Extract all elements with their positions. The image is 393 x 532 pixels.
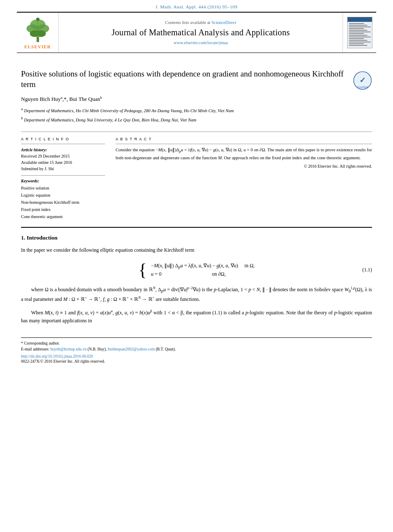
abstract-text: Consider the equation −M(x, ‖u‖)Δpu = λf… bbox=[116, 147, 372, 161]
email-2-link[interactable]: buithequan2002@yahoo.com bbox=[108, 347, 155, 351]
crossmark-logo[interactable]: ✓ CrossMark bbox=[353, 71, 372, 90]
main-section-divider bbox=[21, 227, 372, 228]
section1-para1: In the paper we consider the following e… bbox=[21, 246, 372, 254]
article-info-col: A R T I C L E I N F O Article history: R… bbox=[21, 137, 105, 220]
corresponding-author-note: * Corresponding author. bbox=[21, 340, 372, 346]
keyword-4: Fixed point index bbox=[21, 206, 105, 213]
contents-available-text: Contents lists available at ScienceDirec… bbox=[165, 20, 236, 25]
article-history: Article history: Received 29 December 20… bbox=[21, 147, 105, 172]
thumb-header bbox=[348, 17, 372, 22]
section-1: 1. Introduction In the paper we consider… bbox=[21, 234, 372, 325]
svg-point-6 bbox=[36, 30, 46, 37]
author-b-name: , Bui The Quan bbox=[66, 96, 100, 103]
keyword-divider bbox=[21, 175, 105, 176]
top-ref-text: J. Math. Anal. Appl. 444 (2016) 95–109 bbox=[156, 4, 237, 9]
journal-url[interactable]: www.elsevier.com/locate/jmaa bbox=[174, 40, 228, 45]
journal-thumbnail-section bbox=[343, 13, 376, 53]
keyword-3: Non-homogeneous Kirchhoff term bbox=[21, 199, 105, 206]
available-date: Available online 15 June 2016 bbox=[21, 159, 105, 166]
email-footnote: E-mail addresses: huynb@hcmup.edu.vn (N.… bbox=[21, 346, 372, 352]
affiliation-a: a Department of Mathematics, Ho Chi Minh… bbox=[21, 106, 345, 114]
journal-thumbnail bbox=[347, 17, 372, 48]
abstract-col: A B S T R A C T Consider the equation −M… bbox=[116, 137, 372, 220]
thumb-lines bbox=[348, 22, 372, 48]
system-lines: −M(x, ‖u‖) Δpu = λf(x, u, ∇u) − g(x, u, … bbox=[151, 263, 254, 277]
abstract-divider bbox=[116, 144, 372, 144]
svg-point-7 bbox=[36, 18, 40, 21]
affil-a-sup: a bbox=[21, 107, 23, 111]
affiliation-b: b Department of Mathematics, Dong Nai Un… bbox=[21, 116, 345, 123]
authors-line: Nguyen Bich Huya,*, Bui The Quanb bbox=[21, 95, 345, 103]
section1-para3: When M(x, t) ≡ 1 and f(x, u, v) = a(x)uα… bbox=[21, 308, 372, 325]
elsevier-logo: ELSEVIER bbox=[23, 16, 53, 49]
main-content: Positive solutions of logistic equations… bbox=[0, 53, 393, 376]
submitted-by: Submitted by J. Shi bbox=[21, 166, 105, 172]
crossmark-icon: ✓ CrossMark bbox=[353, 71, 372, 90]
doi-link[interactable]: http://dx.doi.org/10.1016/j.jmaa.2016.06… bbox=[21, 354, 372, 358]
svg-text:CrossMark: CrossMark bbox=[357, 86, 368, 88]
page-container: J. Math. Anal. Appl. 444 (2016) 95–109 bbox=[0, 0, 393, 532]
article-title-section: Positive solutions of logistic equations… bbox=[21, 61, 372, 125]
svg-rect-0 bbox=[37, 37, 39, 42]
equation-number-1-1: (1.1) bbox=[362, 267, 372, 273]
section-1-heading: 1. Introduction bbox=[21, 234, 372, 241]
svg-text:✓: ✓ bbox=[359, 76, 366, 84]
article-info-divider bbox=[21, 144, 105, 144]
abstract-copyright: © 2016 Elsevier Inc. All rights reserved… bbox=[116, 164, 372, 169]
equation-1-1: { −M(x, ‖u‖) Δpu = λf(x, u, ∇u) − g(x, u… bbox=[21, 261, 372, 279]
journal-header-center: Contents lists available at ScienceDirec… bbox=[59, 13, 343, 53]
article-info-label: A R T I C L E I N F O bbox=[21, 137, 105, 141]
author-a-name: Nguyen Bich Huy bbox=[21, 96, 61, 103]
elsevier-logo-section: ELSEVIER bbox=[17, 13, 59, 53]
elsevier-brand: ELSEVIER bbox=[24, 44, 51, 49]
keyword-2: Logistic equation bbox=[21, 192, 105, 199]
title-divider bbox=[21, 132, 372, 132]
article-title-text: Positive solutions of logistic equations… bbox=[21, 69, 345, 125]
footer-section: * Corresponding author. E-mail addresses… bbox=[21, 337, 372, 363]
left-brace: { bbox=[138, 261, 147, 279]
article-title: Positive solutions of logistic equations… bbox=[21, 69, 345, 90]
keyword-5: Cone theoretic argument bbox=[21, 213, 105, 220]
author-star: ,* bbox=[63, 96, 67, 103]
two-col-section: A R T I C L E I N F O Article history: R… bbox=[21, 137, 372, 220]
affil-b-sup: b bbox=[21, 116, 23, 120]
author-b-sup: b bbox=[100, 95, 102, 100]
keywords-label: Keywords: bbox=[21, 177, 105, 184]
doi-anchor[interactable]: http://dx.doi.org/10.1016/j.jmaa.2016.06… bbox=[21, 354, 93, 358]
journal-title-header: Journal of Mathematical Analysis and App… bbox=[111, 28, 290, 37]
keywords-section: Keywords: Positive solution Logistic equ… bbox=[21, 175, 105, 220]
received-date: Received 29 December 2015 bbox=[21, 153, 105, 159]
equation-line-2: u = 0 on ∂Ω, bbox=[151, 271, 254, 277]
sciencedirect-link[interactable]: ScienceDirect bbox=[211, 20, 236, 25]
equation-system: { −M(x, ‖u‖) Δpu = λf(x, u, ∇u) − g(x, u… bbox=[138, 261, 255, 279]
email-1-link[interactable]: huynb@hcmup.edu.vn bbox=[50, 347, 87, 351]
section1-para2: where Ω is a bounded domain with a smoot… bbox=[21, 285, 372, 303]
footer-copyright: 0022-247X/© 2016 Elsevier Inc. All right… bbox=[21, 359, 372, 363]
history-label: Article history: bbox=[21, 147, 105, 153]
equation-line-1: −M(x, ‖u‖) Δpu = λf(x, u, ∇u) − g(x, u, … bbox=[151, 263, 254, 269]
journal-header: ELSEVIER Contents lists available at Sci… bbox=[17, 12, 376, 53]
elsevier-tree-icon bbox=[23, 16, 53, 43]
abstract-label: A B S T R A C T bbox=[116, 137, 372, 141]
keyword-1: Positive solution bbox=[21, 184, 105, 192]
journal-reference: J. Math. Anal. Appl. 444 (2016) 95–109 bbox=[0, 0, 393, 12]
